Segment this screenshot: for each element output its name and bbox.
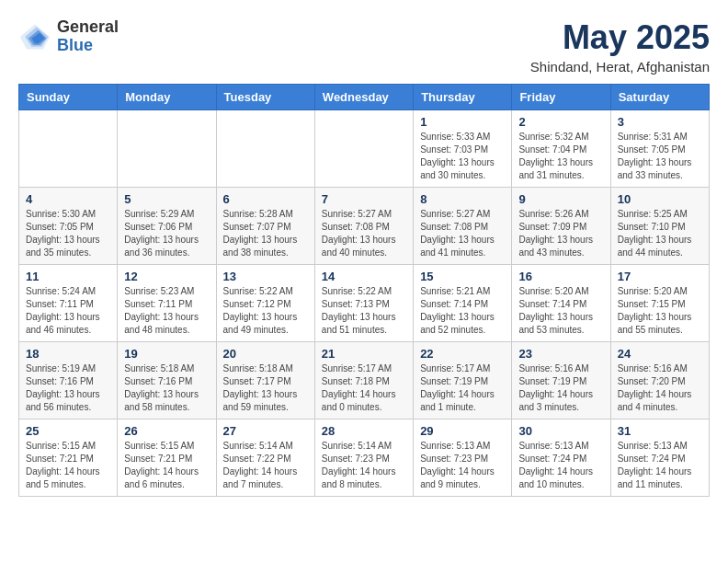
day-cell: 21Sunrise: 5:17 AM Sunset: 7:18 PM Dayli… (314, 342, 413, 419)
day-cell: 5Sunrise: 5:29 AM Sunset: 7:06 PM Daylig… (118, 188, 216, 265)
day-number: 22 (420, 347, 505, 361)
day-number: 13 (223, 270, 308, 283)
day-cell: 24Sunrise: 5:16 AM Sunset: 7:20 PM Dayli… (610, 342, 709, 419)
logo-general: General (57, 18, 119, 37)
day-info: Sunrise: 5:21 AM Sunset: 7:14 PM Dayligh… (420, 285, 505, 337)
day-cell: 11Sunrise: 5:24 AM Sunset: 7:11 PM Dayli… (19, 265, 118, 342)
header-cell-saturday: Saturday (610, 85, 709, 110)
location-subtitle: Shindand, Herat, Afghanistan (530, 59, 710, 75)
week-row-4: 18Sunrise: 5:19 AM Sunset: 7:16 PM Dayli… (19, 342, 710, 419)
day-number: 16 (518, 270, 603, 283)
day-info: Sunrise: 5:17 AM Sunset: 7:19 PM Dayligh… (420, 362, 505, 414)
day-cell: 9Sunrise: 5:26 AM Sunset: 7:09 PM Daylig… (512, 188, 610, 265)
day-number: 18 (26, 347, 110, 361)
day-info: Sunrise: 5:22 AM Sunset: 7:13 PM Dayligh… (322, 285, 406, 337)
day-info: Sunrise: 5:30 AM Sunset: 7:05 PM Dayligh… (26, 208, 110, 259)
day-number: 7 (322, 192, 406, 206)
day-number: 25 (26, 424, 110, 438)
day-cell: 31Sunrise: 5:13 AM Sunset: 7:24 PM Dayli… (610, 419, 709, 497)
day-number: 11 (26, 270, 110, 283)
day-number: 23 (518, 347, 603, 361)
header-row: SundayMondayTuesdayWednesdayThursdayFrid… (19, 85, 710, 110)
day-cell: 1Sunrise: 5:33 AM Sunset: 7:03 PM Daylig… (414, 110, 512, 188)
day-cell: 23Sunrise: 5:16 AM Sunset: 7:19 PM Dayli… (512, 342, 610, 419)
day-cell: 14Sunrise: 5:22 AM Sunset: 7:13 PM Dayli… (314, 265, 413, 342)
day-cell: 26Sunrise: 5:15 AM Sunset: 7:21 PM Dayli… (118, 419, 216, 497)
day-number: 20 (223, 347, 308, 361)
week-row-3: 11Sunrise: 5:24 AM Sunset: 7:11 PM Dayli… (19, 265, 710, 342)
day-cell: 16Sunrise: 5:20 AM Sunset: 7:14 PM Dayli… (512, 265, 610, 342)
header-cell-wednesday: Wednesday (314, 85, 413, 110)
day-cell (314, 110, 413, 188)
day-cell: 25Sunrise: 5:15 AM Sunset: 7:21 PM Dayli… (19, 419, 118, 497)
header-cell-tuesday: Tuesday (216, 85, 314, 110)
day-number: 5 (124, 192, 209, 206)
logo-blue: Blue (57, 37, 119, 55)
calendar-header: SundayMondayTuesdayWednesdayThursdayFrid… (19, 85, 710, 110)
week-row-1: 1Sunrise: 5:33 AM Sunset: 7:03 PM Daylig… (19, 110, 710, 188)
day-number: 24 (618, 347, 702, 361)
day-number: 31 (618, 424, 702, 438)
day-info: Sunrise: 5:33 AM Sunset: 7:03 PM Dayligh… (420, 131, 505, 182)
day-info: Sunrise: 5:17 AM Sunset: 7:18 PM Dayligh… (322, 362, 406, 414)
day-cell: 27Sunrise: 5:14 AM Sunset: 7:22 PM Dayli… (216, 419, 314, 497)
day-info: Sunrise: 5:15 AM Sunset: 7:21 PM Dayligh… (124, 440, 209, 491)
day-info: Sunrise: 5:16 AM Sunset: 7:19 PM Dayligh… (518, 362, 603, 414)
day-cell: 6Sunrise: 5:28 AM Sunset: 7:07 PM Daylig… (216, 188, 314, 265)
day-number: 6 (223, 192, 308, 206)
day-number: 1 (420, 115, 505, 129)
day-cell: 3Sunrise: 5:31 AM Sunset: 7:05 PM Daylig… (610, 110, 709, 188)
day-info: Sunrise: 5:24 AM Sunset: 7:11 PM Dayligh… (26, 285, 110, 337)
day-number: 27 (223, 424, 308, 438)
logo-text: General Blue (57, 18, 119, 55)
day-cell: 19Sunrise: 5:18 AM Sunset: 7:16 PM Dayli… (118, 342, 216, 419)
day-cell: 30Sunrise: 5:13 AM Sunset: 7:24 PM Dayli… (512, 419, 610, 497)
day-info: Sunrise: 5:32 AM Sunset: 7:04 PM Dayligh… (518, 131, 603, 182)
day-info: Sunrise: 5:14 AM Sunset: 7:22 PM Dayligh… (223, 440, 308, 491)
day-info: Sunrise: 5:18 AM Sunset: 7:16 PM Dayligh… (124, 362, 209, 414)
day-info: Sunrise: 5:23 AM Sunset: 7:11 PM Dayligh… (124, 285, 209, 337)
day-cell: 4Sunrise: 5:30 AM Sunset: 7:05 PM Daylig… (19, 188, 118, 265)
header-cell-friday: Friday (512, 85, 610, 110)
day-info: Sunrise: 5:27 AM Sunset: 7:08 PM Dayligh… (322, 208, 406, 259)
day-number: 8 (420, 192, 505, 206)
day-number: 21 (322, 347, 406, 361)
header-cell-monday: Monday (118, 85, 216, 110)
day-number: 4 (26, 192, 110, 206)
day-cell: 18Sunrise: 5:19 AM Sunset: 7:16 PM Dayli… (19, 342, 118, 419)
logo-icon (18, 20, 51, 53)
day-info: Sunrise: 5:31 AM Sunset: 7:05 PM Dayligh… (618, 131, 702, 182)
title-area: May 2025 Shindand, Herat, Afghanistan (530, 18, 710, 75)
header: General Blue May 2025 Shindand, Herat, A… (18, 18, 710, 75)
day-info: Sunrise: 5:20 AM Sunset: 7:15 PM Dayligh… (618, 285, 702, 337)
day-cell: 17Sunrise: 5:20 AM Sunset: 7:15 PM Dayli… (610, 265, 709, 342)
day-cell: 29Sunrise: 5:13 AM Sunset: 7:23 PM Dayli… (414, 419, 512, 497)
day-number: 2 (518, 115, 603, 129)
day-cell (19, 110, 118, 188)
day-info: Sunrise: 5:20 AM Sunset: 7:14 PM Dayligh… (518, 285, 603, 337)
day-cell: 15Sunrise: 5:21 AM Sunset: 7:14 PM Dayli… (414, 265, 512, 342)
day-cell: 2Sunrise: 5:32 AM Sunset: 7:04 PM Daylig… (512, 110, 610, 188)
day-info: Sunrise: 5:26 AM Sunset: 7:09 PM Dayligh… (518, 208, 603, 259)
day-info: Sunrise: 5:15 AM Sunset: 7:21 PM Dayligh… (26, 440, 110, 491)
week-row-5: 25Sunrise: 5:15 AM Sunset: 7:21 PM Dayli… (19, 419, 710, 497)
day-info: Sunrise: 5:18 AM Sunset: 7:17 PM Dayligh… (223, 362, 308, 414)
day-info: Sunrise: 5:13 AM Sunset: 7:24 PM Dayligh… (618, 440, 702, 491)
calendar-body: 1Sunrise: 5:33 AM Sunset: 7:03 PM Daylig… (19, 110, 710, 497)
header-cell-sunday: Sunday (19, 85, 118, 110)
day-cell: 10Sunrise: 5:25 AM Sunset: 7:10 PM Dayli… (610, 188, 709, 265)
day-number: 29 (420, 424, 505, 438)
day-info: Sunrise: 5:22 AM Sunset: 7:12 PM Dayligh… (223, 285, 308, 337)
day-cell: 13Sunrise: 5:22 AM Sunset: 7:12 PM Dayli… (216, 265, 314, 342)
day-number: 3 (618, 115, 702, 129)
day-info: Sunrise: 5:13 AM Sunset: 7:23 PM Dayligh… (420, 440, 505, 491)
day-number: 28 (322, 424, 406, 438)
day-cell: 20Sunrise: 5:18 AM Sunset: 7:17 PM Dayli… (216, 342, 314, 419)
day-info: Sunrise: 5:29 AM Sunset: 7:06 PM Dayligh… (124, 208, 209, 259)
day-cell: 12Sunrise: 5:23 AM Sunset: 7:11 PM Dayli… (118, 265, 216, 342)
day-info: Sunrise: 5:14 AM Sunset: 7:23 PM Dayligh… (322, 440, 406, 491)
logo: General Blue (18, 18, 119, 55)
day-info: Sunrise: 5:27 AM Sunset: 7:08 PM Dayligh… (420, 208, 505, 259)
day-number: 12 (124, 270, 209, 283)
day-cell: 28Sunrise: 5:14 AM Sunset: 7:23 PM Dayli… (314, 419, 413, 497)
